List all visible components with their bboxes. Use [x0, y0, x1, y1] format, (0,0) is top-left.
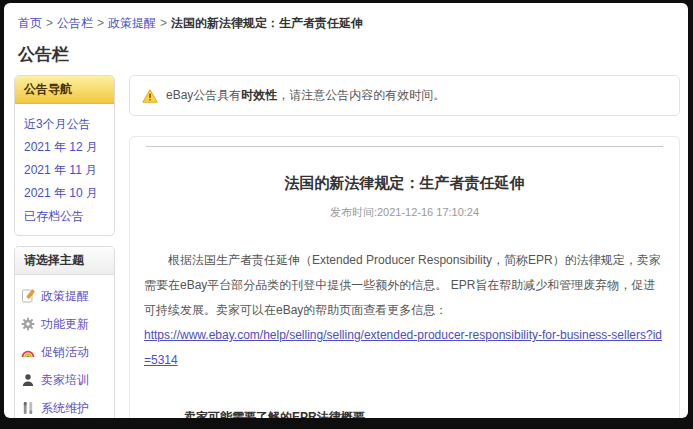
nav-item-archived[interactable]: 已存档公告 — [24, 204, 105, 227]
nav-item-2021-11[interactable]: 2021 年 11 月 — [24, 158, 105, 181]
article-top-divider — [146, 146, 663, 147]
announcement-nav-list: 近3个月公告 2021 年 12 月 2021 年 11 月 2021 年 10… — [15, 104, 114, 235]
topic-list: 政策提醒 功能更新 促销活动 — [15, 275, 114, 418]
main-content: eBay公告具有时效性，请注意公告内容的有效时间。 法国的新法律规定：生产者责任… — [129, 75, 680, 418]
topic-item-maintenance[interactable]: 系统维护 — [21, 394, 108, 418]
breadcrumb-separator: > — [46, 16, 53, 30]
nav-link-archived[interactable]: 已存档公告 — [24, 209, 84, 223]
page: 首页>公告栏>政策提醒>法国的新法律规定：生产者责任延伸 公告栏 公告导航 近3… — [4, 3, 688, 418]
person-icon — [21, 373, 35, 387]
warning-icon — [142, 89, 158, 103]
topic-link-maintenance[interactable]: 系统维护 — [41, 400, 89, 417]
topic-link-promo[interactable]: 促销活动 — [41, 344, 89, 361]
notice-text: eBay公告具有时效性，请注意公告内容的有效时间。 — [166, 87, 445, 104]
article-box: 法国的新法律规定：生产者责任延伸 发布时间:2021-12-16 17:10:2… — [129, 136, 680, 418]
breadcrumb-link-policy[interactable]: 政策提醒 — [108, 16, 156, 30]
breadcrumb-separator: > — [160, 16, 167, 30]
article-publish-time: 发布时间:2021-12-16 17:10:24 — [144, 205, 665, 220]
topic-link-policy[interactable]: 政策提醒 — [41, 288, 89, 305]
notice-banner: eBay公告具有时效性，请注意公告内容的有效时间。 — [129, 75, 680, 116]
tools-icon — [21, 401, 35, 415]
sidebar: 公告导航 近3个月公告 2021 年 12 月 2021 年 11 月 2021… — [14, 75, 115, 418]
breadcrumb-link-home[interactable]: 首页 — [18, 16, 42, 30]
article-paragraph: 根据法国生产者责任延伸（Extended Producer Responsibi… — [144, 248, 665, 323]
gear-icon — [21, 317, 35, 331]
page-title: 公告栏 — [18, 43, 680, 66]
nav-item-2021-10[interactable]: 2021 年 10 月 — [24, 181, 105, 204]
nav-item-2021-12[interactable]: 2021 年 12 月 — [24, 135, 105, 158]
nav-link-2021-12[interactable]: 2021 年 12 月 — [24, 140, 98, 154]
topic-item-training[interactable]: 卖家培训 — [21, 366, 108, 394]
nav-link-2021-10[interactable]: 2021 年 10 月 — [24, 186, 98, 200]
policy-note-icon — [21, 289, 35, 303]
announcement-nav-header: 公告导航 — [15, 76, 114, 104]
topic-select-box: 请选择主题 政策提醒 功能更新 — [14, 246, 115, 418]
topic-link-features[interactable]: 功能更新 — [41, 316, 89, 333]
announcement-nav-box: 公告导航 近3个月公告 2021 年 12 月 2021 年 11 月 2021… — [14, 75, 115, 236]
topic-link-training[interactable]: 卖家培训 — [41, 372, 89, 389]
breadcrumb-current: 法国的新法律规定：生产者责任延伸 — [171, 16, 363, 30]
nav-link-2021-11[interactable]: 2021 年 11 月 — [24, 163, 97, 177]
topic-item-promo[interactable]: 促销活动 — [21, 338, 108, 366]
breadcrumb-separator: > — [97, 16, 104, 30]
topic-select-header: 请选择主题 — [15, 247, 114, 275]
topic-item-features[interactable]: 功能更新 — [21, 310, 108, 338]
breadcrumb: 首页>公告栏>政策提醒>法国的新法律规定：生产者责任延伸 — [14, 13, 680, 32]
article-section-heading: 卖家可能需要了解的EPR法律概要 — [184, 409, 665, 418]
article-epr-section: 卖家可能需要了解的EPR法律概要 1. 唯一识别码（Unique Produce… — [184, 409, 665, 418]
nav-item-recent[interactable]: 近3个月公告 — [24, 112, 105, 135]
layout: 公告导航 近3个月公告 2021 年 12 月 2021 年 11 月 2021… — [14, 75, 680, 418]
breadcrumb-link-board[interactable]: 公告栏 — [57, 16, 93, 30]
article-help-link[interactable]: https://www.ebay.com/help/selling/sellin… — [144, 323, 665, 373]
nav-link-recent[interactable]: 近3个月公告 — [24, 117, 91, 131]
topic-item-policy[interactable]: 政策提醒 — [21, 282, 108, 310]
rainbow-icon — [21, 345, 35, 359]
article-title: 法国的新法律规定：生产者责任延伸 — [144, 174, 665, 193]
